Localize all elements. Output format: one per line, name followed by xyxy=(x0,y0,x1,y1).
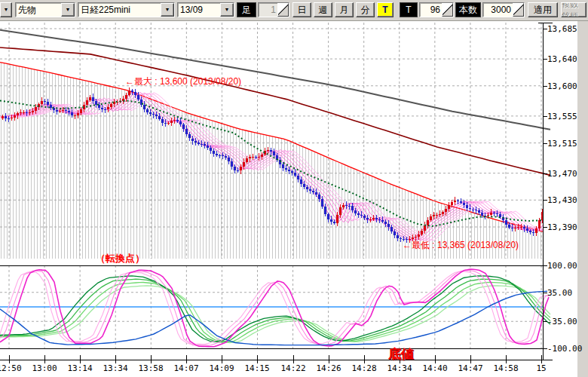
toolbar: ▼ 先物 ▼ 日経225mini ▼ 13/09 ▼ 足 1 日 週 月 分 T… xyxy=(0,0,588,21)
chevron-down-icon[interactable]: ▼ xyxy=(161,3,174,17)
chevron-down-icon[interactable]: ▼ xyxy=(220,3,234,17)
tenkan-point-annotation: （転換点） xyxy=(96,252,145,265)
bars-count-value: 3000 xyxy=(483,3,513,17)
right-panel-strip xyxy=(577,20,588,377)
spinner-icon[interactable] xyxy=(513,3,524,17)
bottom-price-annotation: 底値 xyxy=(388,345,414,363)
tick-toggle-button[interactable]: T xyxy=(377,2,394,17)
multi-symbol-button[interactable]: 複数銘柄 xyxy=(561,2,586,17)
market-select-value: 先物 xyxy=(16,3,61,17)
interval-value: 1 xyxy=(259,3,277,17)
contract-month-value: 13/09 xyxy=(178,3,220,17)
contract-month-select[interactable]: 13/09 ▼ xyxy=(177,2,234,17)
spinner-icon[interactable] xyxy=(277,3,289,17)
t-label: T xyxy=(400,2,418,17)
chart-canvas[interactable] xyxy=(0,0,588,377)
chevron-down-icon[interactable]: ▼ xyxy=(61,3,75,17)
period-month-button[interactable]: 月 xyxy=(335,2,354,17)
market-select[interactable]: 先物 ▼ xyxy=(15,2,75,17)
period-day-button[interactable]: 日 xyxy=(292,2,311,17)
spinner-icon[interactable] xyxy=(442,3,453,17)
period-minute-button[interactable]: 分 xyxy=(356,2,375,17)
apply-button[interactable]: 適用 xyxy=(528,2,558,17)
symbol-select-value: 日経225mini xyxy=(78,3,161,17)
edge-combo-dropdown-button[interactable]: ▼ xyxy=(0,2,12,17)
chevron-down-icon: ▼ xyxy=(4,4,9,16)
bars-count-stepper[interactable]: 3000 xyxy=(482,2,525,17)
bars-label: 本数 xyxy=(455,2,481,17)
symbol-select[interactable]: 日経225mini ▼ xyxy=(78,2,175,17)
max-price-annotation: ←最大 : 13,600 (2013/08/20) xyxy=(125,75,241,88)
ashi-label: 足 xyxy=(237,2,256,17)
t-count-stepper[interactable]: 96 xyxy=(419,2,454,17)
t-count-value: 96 xyxy=(420,3,442,17)
min-price-annotation: ←最低 : 13,365 (2013/08/20) xyxy=(403,239,519,252)
period-week-button[interactable]: 週 xyxy=(314,2,332,17)
interval-stepper[interactable]: 1 xyxy=(258,2,289,17)
